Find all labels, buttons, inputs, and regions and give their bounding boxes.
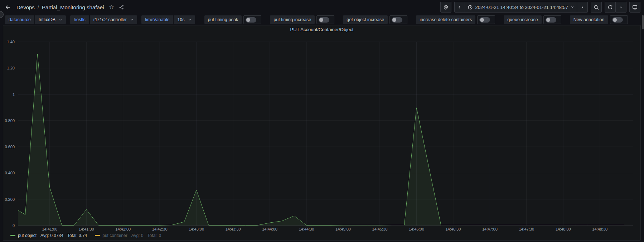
variable-hostls: hostls r1z1s2-controller xyxy=(70,15,137,24)
svg-text:14:46:00: 14:46:00 xyxy=(409,227,424,231)
toggle-label-put-timing-increase: put timing increase xyxy=(270,15,315,24)
dashboard-settings-button[interactable] xyxy=(440,2,451,13)
chevron-down-icon xyxy=(619,5,623,9)
variable-dropdown-timevariable[interactable]: 10s xyxy=(174,15,195,24)
svg-text:0.800: 0.800 xyxy=(5,118,15,123)
variable-dropdown-hostls[interactable]: r1z1s2-controller xyxy=(90,15,137,24)
toggle-group-get-object-increase: get object increase xyxy=(343,15,407,24)
toggle-switch-queue-increase[interactable] xyxy=(543,15,561,24)
chart-legend: put object Avg: 0.0734 Total: 3.74 put c… xyxy=(3,232,640,239)
svg-text:14:48:30: 14:48:30 xyxy=(592,227,607,231)
time-picker-group: 2024-01-21 14:40:34 to 2024-01-21 14:48:… xyxy=(454,2,588,13)
refresh-button[interactable] xyxy=(605,2,616,13)
monitor-icon xyxy=(632,5,638,10)
variable-label-datasource[interactable]: datasource xyxy=(5,15,34,24)
toggle-label-put-timing-peak: put timing peak xyxy=(204,15,242,24)
switch-track xyxy=(392,17,402,23)
svg-text:14:45:30: 14:45:30 xyxy=(372,227,388,231)
star-icon: ☆ xyxy=(109,4,114,10)
variable-dropdown-datasource[interactable]: InfluxDB xyxy=(35,15,66,24)
variable-value: InfluxDB xyxy=(39,17,55,22)
svg-text:14:42:30: 14:42:30 xyxy=(152,227,168,231)
arrow-left-icon xyxy=(5,5,10,10)
svg-text:14:43:00: 14:43:00 xyxy=(189,227,204,231)
breadcrumb-folder[interactable]: Devops xyxy=(16,4,35,10)
grafana-app: Devops / Partial_Monitoring shafaei ☆ xyxy=(0,0,644,24)
time-range-text: 2024-01-21 14:40:34 to 2024-01-21 14:48:… xyxy=(475,5,568,10)
switch-track xyxy=(479,17,490,23)
legend-total-stat: Total: 3.74 xyxy=(67,233,87,238)
legend-avg-stat: Avg: 0.0734 xyxy=(40,233,63,238)
share-icon xyxy=(119,5,124,10)
switch-knob xyxy=(392,18,396,22)
time-series-graph[interactable]: 14:41:0014:41:3014:42:0014:42:3014:43:00… xyxy=(5,34,639,232)
nav-right: 2024-01-21 14:40:34 to 2024-01-21 14:48:… xyxy=(440,2,641,13)
nav-left: Devops / Partial_Monitoring shafaei ☆ xyxy=(2,2,126,13)
refresh-interval-button[interactable] xyxy=(616,2,626,13)
svg-text:14:47:00: 14:47:00 xyxy=(482,227,498,231)
switch-knob xyxy=(480,18,484,22)
variable-value: 10s xyxy=(177,17,184,22)
toggle-label-get-object-increase: get object increase xyxy=(343,15,388,24)
dashboard-controls-row: datasource InfluxDB hostls r1z1s2-contro… xyxy=(0,14,644,24)
toggle-label-new-annotation: New annotation xyxy=(570,15,608,24)
time-shift-back-button[interactable] xyxy=(454,2,465,13)
toggle-group-new-annotation: New annotation xyxy=(570,15,628,24)
toggle-label-queue-increase: queue increase xyxy=(504,15,541,24)
switch-knob xyxy=(546,18,550,22)
toggle-switch-put-timing-increase[interactable] xyxy=(316,15,334,24)
time-shift-forward-button[interactable] xyxy=(577,2,588,13)
legend-series-name: put object xyxy=(18,233,37,238)
svg-text:0.200: 0.200 xyxy=(5,197,15,202)
toggle-switch-put-timing-peak[interactable] xyxy=(243,15,261,24)
switch-knob xyxy=(319,18,323,22)
toggle-group-put-timing-peak: put timing peak xyxy=(204,15,262,24)
svg-text:14:41:30: 14:41:30 xyxy=(79,227,94,231)
switch-knob xyxy=(246,18,250,22)
variable-value: r1z1s2-controller xyxy=(93,17,127,22)
chevron-down-icon xyxy=(571,5,574,9)
switch-track xyxy=(246,17,256,23)
chevron-left-icon xyxy=(457,5,461,9)
breadcrumb-separator: / xyxy=(38,4,39,10)
panel-title[interactable]: PUT Account/Container/Object xyxy=(3,25,640,34)
svg-text:14:48:00: 14:48:00 xyxy=(556,227,571,231)
toggle-group-queue-increase: queue increase xyxy=(504,15,561,24)
svg-text:1.20: 1.20 xyxy=(7,66,15,70)
variable-label-hostls[interactable]: hostls xyxy=(70,15,89,24)
svg-text:1.40: 1.40 xyxy=(7,40,15,44)
zoom-out-icon xyxy=(594,5,599,10)
share-button[interactable] xyxy=(117,2,126,13)
svg-text:0.400: 0.400 xyxy=(5,171,15,175)
refresh-icon xyxy=(607,5,613,10)
legend-avg-stat: Avg: 0 xyxy=(131,233,144,238)
breadcrumb: Devops / Partial_Monitoring shafaei xyxy=(16,4,104,10)
legend-item-put-object[interactable]: put object Avg: 0.0734 Total: 3.74 xyxy=(10,233,87,238)
svg-text:14:41:00: 14:41:00 xyxy=(42,227,57,231)
svg-text:14:42:00: 14:42:00 xyxy=(115,227,131,231)
legend-swatch-put-object xyxy=(10,235,15,236)
scrollbar-thumb[interactable] xyxy=(642,15,644,29)
switch-knob xyxy=(613,18,617,22)
switch-track xyxy=(612,17,623,23)
kiosk-mode-button[interactable] xyxy=(629,2,640,13)
svg-text:0.600: 0.600 xyxy=(5,145,15,149)
top-nav: Devops / Partial_Monitoring shafaei ☆ xyxy=(0,0,644,14)
variable-timevariable: timeVariable 10s xyxy=(141,15,195,24)
chart-panel: PUT Account/Container/Object 14:41:0014:… xyxy=(3,25,641,241)
variable-label-timevariable[interactable]: timeVariable xyxy=(141,15,173,24)
gear-icon xyxy=(443,5,449,10)
zoom-out-time-button[interactable] xyxy=(591,2,602,13)
toggle-switch-new-annotation[interactable] xyxy=(610,15,628,24)
clock-icon xyxy=(468,5,473,10)
time-range-button[interactable]: 2024-01-21 14:40:34 to 2024-01-21 14:48:… xyxy=(465,2,577,13)
legend-item-put-container[interactable]: put container Avg: 0 Total: 0 xyxy=(95,233,161,238)
toggle-switch-increase-delete-containers[interactable] xyxy=(477,15,495,24)
svg-text:14:46:30: 14:46:30 xyxy=(446,227,461,231)
chevron-down-icon xyxy=(130,18,134,21)
back-button[interactable] xyxy=(2,2,13,13)
toggle-switch-get-object-increase[interactable] xyxy=(389,15,407,24)
switch-track xyxy=(546,17,556,23)
star-button[interactable]: ☆ xyxy=(107,2,116,13)
variable-datasource: datasource InfluxDB xyxy=(5,15,66,24)
